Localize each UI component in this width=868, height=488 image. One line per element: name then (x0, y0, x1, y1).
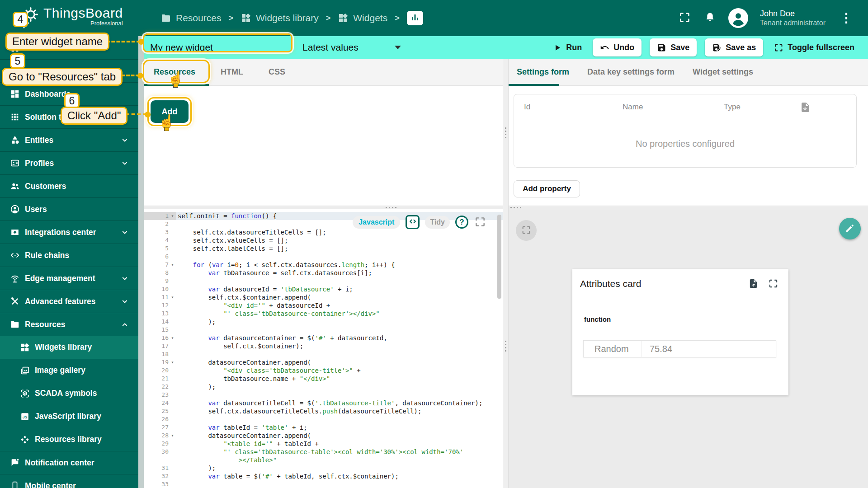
sidebar-item-resources[interactable]: Resources (0, 313, 138, 336)
code-line: 7▾ for (var i=0; i < self.ctx.datasource… (144, 261, 503, 269)
code-editor[interactable]: 1▾self.onInit = function() {23 self.ctx.… (144, 209, 503, 488)
widget-name-input[interactable] (144, 36, 292, 59)
sidebar-item-advanced-features[interactable]: Advanced features (0, 290, 138, 313)
person-circle-icon (10, 204, 20, 214)
sidebar-item-image-gallery[interactable]: Image gallery (0, 359, 138, 382)
breadcrumb-item-widgets[interactable]: Widgets (338, 13, 387, 23)
file-export-icon (748, 283, 759, 290)
tab-settings-form[interactable]: Settings form (517, 67, 569, 77)
widget-type-chip (407, 11, 423, 25)
dropdown-caret-icon (395, 46, 401, 49)
import-property-button[interactable] (800, 102, 811, 113)
sidebar-item-integrations-center[interactable]: Integrations center (0, 221, 138, 244)
top-header: ThingsBoard Professional Resources > Wid… (0, 0, 868, 36)
line-number: 14 (161, 318, 169, 326)
fold-arrow-icon[interactable]: ▾ (169, 293, 176, 301)
code-line: 20 "<div class='tbDatasource-title'>" + (144, 366, 503, 375)
save-button[interactable]: Save (650, 38, 697, 56)
sidebar-item-edge-management[interactable]: Edge management (0, 267, 138, 290)
editor-fullscreen-button[interactable] (474, 216, 486, 229)
toolbar-actions: Run Undo Save Save as Toggle fullscreen (550, 38, 857, 56)
editor-scrollbar-thumb[interactable] (497, 215, 501, 299)
sidebar-item-label: Resources library (35, 435, 102, 444)
fold-arrow-icon[interactable]: ▾ (169, 358, 176, 366)
code-line: 5 self.ctx.labelCells = []; (144, 244, 503, 253)
sidebar-item-scada-symbols[interactable]: SCADA symbols (0, 382, 138, 405)
sidebar-item-customers[interactable]: Customers (0, 174, 138, 197)
breadcrumb-separator: > (395, 14, 400, 23)
add-property-button[interactable]: Add property (514, 180, 580, 197)
callout-connector (126, 113, 146, 115)
sidebar-item-javascript-library[interactable]: JSJavaScript library (0, 405, 138, 428)
code-line: 6 (144, 253, 503, 261)
code-line: 27 var tableId = 'table' + i; (144, 423, 503, 432)
help-button[interactable]: ? (455, 216, 468, 229)
widget-fullscreen-button[interactable] (768, 278, 778, 289)
code-line: 21 tbDatasource.name + "</div>" (144, 375, 503, 383)
sidebar-item-entities[interactable]: Entities (0, 128, 138, 151)
question-mark-icon: ? (459, 218, 464, 227)
hand-cursor-icon: ☝ (167, 71, 184, 85)
fold-arrow-icon[interactable]: ▾ (169, 334, 176, 342)
line-number: 28 (161, 432, 169, 440)
sidebar-item-label: Entities (25, 136, 53, 145)
app-title: ThingsBoard (43, 5, 123, 21)
line-number: 18 (161, 350, 169, 358)
mobile-icon (10, 481, 20, 488)
sidebar-item-mobile-center[interactable]: Mobile center (0, 474, 138, 488)
avatar[interactable] (728, 8, 748, 28)
dashboards-icon (10, 89, 20, 99)
svg-text:JS: JS (23, 414, 28, 419)
code-line: 12 "<div id='" + datasourceId + (144, 301, 503, 310)
tab-data-key-settings-form[interactable]: Data key settings form (587, 67, 675, 77)
open-code-editor-button[interactable] (406, 215, 420, 229)
line-number: 12 (161, 301, 169, 310)
integrations-icon (10, 227, 20, 237)
image-gallery-icon (20, 366, 30, 375)
tab-html[interactable]: HTML (221, 67, 243, 77)
code-line: 15 (144, 326, 503, 334)
breadcrumb-item-resources[interactable]: Resources (160, 13, 221, 23)
tab-css[interactable]: CSS (269, 67, 285, 77)
people-icon (10, 181, 20, 191)
horizontal-splitter[interactable] (144, 206, 503, 209)
horizontal-splitter[interactable] (509, 206, 868, 209)
more-menu-button[interactable]: ⋮ (837, 11, 855, 25)
sidebar-item-label: Image gallery (35, 366, 85, 375)
run-button[interactable]: Run (550, 38, 585, 56)
sidebar-item-notification-center[interactable]: Notification center (0, 451, 138, 474)
widget-type-select[interactable]: Latest values (296, 36, 409, 59)
tidy-button[interactable]: Tidy (425, 216, 450, 229)
sidebar-item-users[interactable]: Users (0, 197, 138, 221)
fold-arrow-icon[interactable]: ▾ (169, 261, 176, 269)
sidebar-item-rule-chains[interactable]: Rule chains (0, 244, 138, 267)
line-number: 3 (165, 228, 169, 236)
widget-content-tabs: Resources HTML CSS (144, 59, 503, 86)
sidebar-item-widgets-library[interactable]: Widgets library (0, 336, 138, 359)
tab-widget-settings[interactable]: Widget settings (693, 67, 753, 77)
export-widget-button[interactable] (748, 278, 759, 289)
header-fullscreen-button[interactable] (678, 11, 691, 25)
edit-widget-fab[interactable] (839, 218, 861, 239)
app-logo[interactable]: ThingsBoard Professional (18, 5, 123, 30)
vertical-splitter[interactable] (503, 59, 509, 488)
line-number: 17 (161, 342, 169, 350)
resources-lib-icon (20, 435, 30, 445)
undo-button[interactable]: Undo (593, 38, 642, 56)
line-number: 27 (161, 423, 169, 432)
sidebar-scrollbar[interactable] (138, 36, 144, 488)
breadcrumb-label: Widgets library (256, 13, 319, 23)
pencil-icon (844, 223, 855, 235)
sidebar-item-resources-library[interactable]: Resources library (0, 428, 138, 451)
code-line: 28▾ datasourceContainer.append( (144, 432, 503, 440)
undo-label: Undo (613, 43, 634, 52)
fold-arrow-icon[interactable]: ▾ (169, 432, 176, 440)
toggle-fullscreen-button[interactable]: Toggle fullscreen (771, 38, 857, 56)
callout-connector-dot (138, 39, 144, 45)
preview-fullscreen-button[interactable] (516, 220, 537, 241)
breadcrumb-item-widgets-library[interactable]: Widgets library (241, 13, 319, 23)
save-as-button[interactable]: Save as (705, 38, 763, 56)
notifications-button[interactable] (703, 11, 717, 25)
fold-arrow-icon[interactable]: ▾ (169, 212, 176, 220)
sidebar-item-profiles[interactable]: Profiles (0, 151, 138, 174)
